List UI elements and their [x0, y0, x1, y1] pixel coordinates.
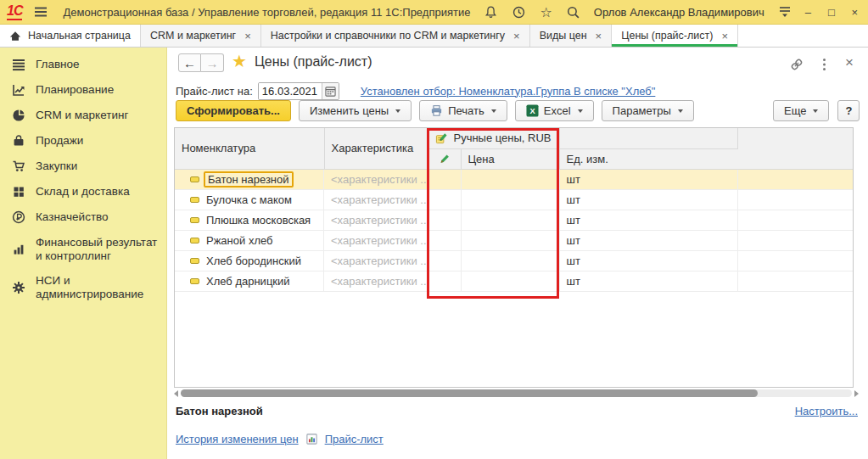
close-form-icon[interactable]: × [842, 55, 857, 70]
cell-price[interactable] [461, 251, 559, 271]
cell-edit[interactable] [428, 169, 461, 190]
cell-nomenclature[interactable]: Булочка с маком [175, 190, 324, 210]
scroll-left-icon[interactable] [174, 390, 178, 397]
sidebar-item-purchases[interactable]: Закупки [0, 154, 166, 179]
favorite-star-icon[interactable]: ★ [232, 51, 247, 71]
cell-price[interactable] [461, 271, 559, 292]
table-row[interactable]: Батон нарезной <характеристики ... шт [175, 169, 853, 190]
tab-close-icon[interactable]: × [721, 30, 728, 42]
tab-crm-settings[interactable]: Настройки и справочники по CRM и маркети… [261, 25, 530, 47]
more-button[interactable]: Еще [773, 100, 829, 121]
tab-crm-marketing[interactable]: CRM и маркетинг × [141, 25, 261, 47]
cell-unit[interactable]: шт [559, 190, 737, 210]
horizontal-scrollbar[interactable] [174, 389, 859, 398]
cell-nomenclature[interactable]: Батон нарезной [175, 170, 324, 190]
cell-extra[interactable] [737, 169, 853, 190]
tab-close-icon[interactable]: × [513, 30, 520, 42]
sidebar-item-nsi-admin[interactable]: НСИ и администрирование [0, 268, 166, 306]
cell-edit[interactable] [428, 190, 461, 210]
cell-unit[interactable]: шт [559, 271, 737, 292]
cell-nomenclature[interactable]: Хлеб бородинский [175, 251, 324, 271]
cell-price[interactable] [461, 190, 559, 210]
cell-price[interactable] [461, 231, 559, 251]
1c-logo-icon[interactable]: 1С [7, 4, 22, 20]
column-header-nomenclature[interactable]: Номенклатура [175, 128, 324, 169]
cell-extra[interactable] [737, 190, 853, 210]
cell-nomenclature[interactable]: Хлеб дарницкий [175, 271, 324, 292]
scroll-right-icon[interactable] [854, 390, 859, 397]
column-header-price[interactable]: Цена [461, 148, 559, 169]
close-window-button[interactable]: × [848, 6, 861, 19]
change-prices-button[interactable]: Изменить цены [299, 100, 412, 121]
parameters-button[interactable]: Параметры [602, 100, 694, 121]
filter-link[interactable]: Установлен отбор: Номенклатура.Группа В … [361, 85, 656, 98]
sidebar-item-main[interactable]: Главное [0, 52, 166, 77]
excel-button[interactable]: X Excel [515, 100, 594, 121]
cell-extra[interactable] [737, 210, 853, 231]
calendar-icon[interactable] [322, 83, 339, 99]
cell-price[interactable] [461, 210, 559, 231]
cell-unit[interactable]: шт [559, 210, 737, 231]
sidebar-item-planning[interactable]: Планирование [0, 77, 166, 103]
tab-close-icon[interactable]: × [596, 30, 602, 42]
current-user[interactable]: Орлов Александр Владимирович [594, 6, 764, 19]
service-menu-icon[interactable] [778, 3, 792, 20]
forward-button[interactable]: → [201, 53, 224, 72]
table-row[interactable]: Ржаной хлеб <характеристики ... шт [175, 231, 853, 251]
cell-edit[interactable] [428, 210, 461, 231]
cell-edit[interactable] [428, 251, 461, 271]
cell-edit[interactable] [428, 231, 461, 251]
scrollbar-thumb[interactable] [181, 389, 758, 397]
column-header-unit[interactable]: Ед. изм. [559, 148, 737, 169]
tab-home[interactable]: Начальная страница [0, 25, 141, 47]
tab-close-icon[interactable]: × [244, 30, 251, 42]
get-link-icon[interactable] [789, 57, 804, 72]
cell-extra[interactable] [737, 271, 853, 292]
cell-extra[interactable] [737, 251, 853, 271]
print-button[interactable]: Печать [419, 100, 507, 121]
configure-link[interactable]: Настроить... [795, 405, 858, 417]
cell-nomenclature[interactable]: Ржаной хлеб [175, 231, 324, 251]
table-row[interactable]: Булочка с маком <характеристики ... шт [175, 190, 853, 210]
price-history-link[interactable]: История изменения цен [176, 433, 299, 445]
column-header-characteristic[interactable]: Характеристика [324, 128, 428, 169]
sidebar-item-fin-result[interactable]: Финансовый результат и контроллинг [0, 230, 166, 268]
cell-characteristic[interactable]: <характеристики ... [324, 169, 428, 190]
cell-characteristic[interactable]: <характеристики ... [324, 271, 428, 292]
generate-button[interactable]: Сформировать... [176, 100, 291, 121]
main-menu-icon[interactable] [34, 6, 48, 18]
help-button[interactable]: ? [837, 100, 860, 121]
sidebar-item-treasury[interactable]: Казначейство [0, 204, 166, 230]
cell-edit[interactable] [428, 271, 461, 292]
cell-unit[interactable]: шт [559, 231, 737, 251]
pricelist-report-link[interactable]: Прайс-лист [325, 433, 384, 445]
cell-characteristic[interactable]: <характеристики ... [324, 231, 428, 251]
tab-price-list[interactable]: Цены (прайс-лист) × [612, 25, 738, 47]
table-row[interactable]: Хлеб бородинский <характеристики ... шт [175, 251, 853, 271]
cell-unit[interactable]: шт [559, 251, 737, 271]
cell-nomenclature[interactable]: Плюшка московская [175, 210, 324, 231]
cell-unit[interactable]: шт [559, 169, 737, 190]
tab-price-types[interactable]: Виды цен × [530, 25, 613, 47]
cell-characteristic[interactable]: <характеристики ... [324, 251, 428, 271]
date-input[interactable] [259, 83, 322, 99]
search-icon[interactable] [566, 3, 580, 20]
cell-extra[interactable] [737, 231, 853, 251]
maximize-button[interactable]: □ [825, 6, 837, 19]
notifications-bell-icon[interactable] [484, 3, 498, 20]
column-header-edit[interactable] [428, 148, 461, 169]
sidebar-item-warehouse[interactable]: Склад и доставка [0, 179, 166, 204]
history-icon[interactable] [512, 3, 526, 20]
table-row[interactable]: Хлеб дарницкий <характеристики ... шт [175, 271, 853, 292]
back-button[interactable]: ← [178, 53, 201, 72]
cell-price[interactable] [461, 169, 559, 190]
favorites-star-icon[interactable]: ☆ [540, 3, 552, 20]
sidebar-item-crm-marketing[interactable]: CRM и маркетинг [0, 103, 166, 128]
minimize-button[interactable]: – [802, 6, 815, 19]
kebab-menu-icon[interactable] [816, 57, 832, 72]
cell-characteristic[interactable]: <характеристики ... [324, 190, 428, 210]
table-row[interactable]: Плюшка московская <характеристики ... шт [175, 210, 853, 231]
cell-characteristic[interactable]: <характеристики ... [324, 210, 428, 231]
sidebar-item-sales[interactable]: Продажи [0, 128, 166, 154]
column-header-manual-prices[interactable]: Ручные цены, RUB [428, 128, 559, 148]
